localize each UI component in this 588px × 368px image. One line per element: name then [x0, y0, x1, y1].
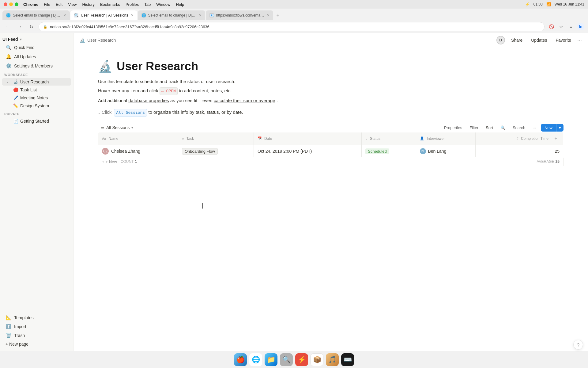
- page-body: 🔬 User Research Use this template to sch…: [74, 47, 588, 351]
- desc2-prefix: Hover over any item and click: [98, 88, 160, 93]
- dock-reeder-icon[interactable]: ⚡: [295, 353, 308, 366]
- col-header-task[interactable]: ○ Task: [178, 132, 254, 145]
- row-name-cell[interactable]: CZ Chelsea Zhang: [98, 145, 178, 157]
- database-container: ☰ All Sessions ▾ Properties Filter Sort …: [98, 124, 564, 209]
- tab-2[interactable]: 🔍 User Research | All Sessions ✕: [70, 10, 137, 20]
- menu-file[interactable]: File: [44, 2, 50, 7]
- settings-label: Settings & Members: [14, 63, 53, 68]
- dock-chrome-icon[interactable]: 🌐: [249, 353, 262, 366]
- task-badge: Onboarding Flow: [182, 148, 218, 155]
- page-title: User Research: [117, 60, 198, 73]
- all-sessions-badge[interactable]: All Sessions: [114, 109, 147, 117]
- tab-4-close[interactable]: ✕: [267, 13, 270, 17]
- tab-1-close[interactable]: ✕: [63, 13, 66, 17]
- add-column-button[interactable]: +: [552, 135, 560, 142]
- workspace-name[interactable]: UI Feed ▾: [0, 36, 73, 43]
- tab-1-title: Select email to change | Djang: [13, 13, 61, 17]
- dock-finder2-icon[interactable]: 📁: [265, 353, 277, 366]
- tab-1-favicon: 🌐: [6, 13, 10, 17]
- new-tab-button[interactable]: +: [274, 11, 282, 20]
- open-badge[interactable]: ✏ OPEN: [160, 87, 178, 95]
- database-footer: + + New COUNT 1 AVERAGE 25: [98, 158, 564, 166]
- sidebar-item-quick-find[interactable]: 🔍 Quick Find: [2, 43, 71, 52]
- help-button[interactable]: ?: [573, 340, 583, 350]
- tree-chevron-icon: ▸: [7, 80, 11, 84]
- col-header-date[interactable]: 📅 Date: [254, 132, 362, 145]
- menu-chrome[interactable]: Chrome: [23, 2, 38, 7]
- database-table: Aa Name ○ Task: [98, 132, 564, 158]
- sidebar-item-user-research[interactable]: ▸ 🔬 User Research: [2, 78, 71, 86]
- dock-terminal-icon[interactable]: ⌨️: [341, 353, 354, 366]
- sidebar-item-trash[interactable]: 🗑️ Trash: [2, 331, 71, 340]
- search-icon: 🔍: [6, 45, 12, 50]
- sidebar-item-all-updates[interactable]: 🔔 All Updates: [2, 52, 71, 61]
- minimize-button[interactable]: [9, 2, 13, 6]
- sidebar-item-templates[interactable]: 📐 Templates: [2, 313, 71, 322]
- dock-spotlight-icon[interactable]: 🔍: [280, 353, 293, 366]
- list-icon[interactable]: ≡: [567, 23, 575, 30]
- tab-2-close[interactable]: ✕: [131, 13, 134, 17]
- menu-edit[interactable]: Edit: [56, 2, 62, 7]
- menu-bookmarks[interactable]: Bookmarks: [100, 2, 120, 7]
- add-row-button[interactable]: + + New: [102, 159, 117, 164]
- wifi-icon: 📶: [546, 2, 551, 6]
- col-header-interviewer[interactable]: 👤 Interviewer: [416, 132, 475, 145]
- maximize-button[interactable]: [15, 2, 18, 6]
- dock-capo-icon[interactable]: 🎵: [326, 353, 339, 366]
- menu-tab[interactable]: Tab: [144, 2, 151, 7]
- new-page-button[interactable]: + New page: [2, 340, 71, 348]
- col-header-completion[interactable]: # Completion Time +: [475, 132, 563, 145]
- tab-1[interactable]: 🌐 Select email to change | Djang ✕: [2, 10, 70, 20]
- col-header-name[interactable]: Aa Name: [98, 132, 178, 145]
- all-updates-label: All Updates: [14, 54, 36, 59]
- sidebar-item-design-system[interactable]: ✏️ Design System: [2, 102, 71, 109]
- tab-4[interactable]: 📧 https://inboxflows.com/emails/ ✕: [206, 10, 273, 20]
- sidebar-item-import[interactable]: ⬆️ Import: [2, 322, 71, 331]
- pencil2-icon: ✏️: [13, 103, 18, 108]
- properties-button[interactable]: Properties: [442, 125, 465, 131]
- menu-history[interactable]: History: [82, 2, 94, 7]
- share-button[interactable]: Share: [509, 36, 525, 44]
- date-col-label: Date: [264, 136, 272, 141]
- more-options-button[interactable]: ···: [530, 125, 538, 131]
- row-interviewer-cell[interactable]: BL Ben Lang: [416, 145, 475, 157]
- tab-3-close[interactable]: ✕: [199, 13, 202, 17]
- table-row[interactable]: CZ Chelsea Zhang Onboarding Flow Oct 24,…: [98, 145, 564, 157]
- forward-button[interactable]: →: [15, 22, 24, 31]
- menu-view[interactable]: View: [68, 2, 77, 7]
- back-button[interactable]: ←: [4, 22, 12, 31]
- view-selector[interactable]: ☰ All Sessions ▾: [98, 124, 136, 131]
- menu-window[interactable]: Window: [156, 2, 170, 7]
- sort-button[interactable]: Sort: [483, 125, 496, 131]
- menu-profiles[interactable]: Profiles: [126, 2, 139, 7]
- new-record-button[interactable]: New ▾: [541, 124, 564, 132]
- calculate-link[interactable]: calculate their sum or average: [214, 98, 275, 103]
- updates-button[interactable]: Updates: [529, 36, 549, 44]
- menu-bar: Chrome File Edit View History Bookmarks …: [23, 2, 184, 7]
- sidebar-item-task-list[interactable]: 🔴 Task List: [2, 86, 71, 94]
- url-bar[interactable]: 🔒 notion.so/3c18f2a02fc4413f9561c8e72aee…: [39, 22, 545, 31]
- favorite-button[interactable]: Favorite: [553, 36, 574, 44]
- filter-button[interactable]: Filter: [467, 125, 481, 131]
- dock-notion-icon[interactable]: 📦: [311, 353, 323, 366]
- reload-button[interactable]: ↻: [27, 22, 36, 31]
- tab-3[interactable]: 🌐 Select email to change | Djang ✕: [138, 10, 205, 20]
- sidebar-item-getting-started[interactable]: 📄 Getting Started: [2, 117, 71, 125]
- profile-icon[interactable]: In: [577, 23, 584, 30]
- col-header-status[interactable]: ○ Status: [362, 132, 416, 145]
- name-col-icon: Aa: [102, 137, 106, 140]
- row-count-label: COUNT: [121, 159, 134, 164]
- sidebar-item-meeting-notes[interactable]: 🖊️ Meeting Notes: [2, 94, 71, 102]
- new-button-arrow[interactable]: ▾: [556, 124, 564, 132]
- search-button[interactable]: Search: [510, 125, 528, 131]
- database-properties-link[interactable]: database properties: [128, 98, 169, 103]
- menu-help[interactable]: Help: [176, 2, 184, 7]
- row-status-cell[interactable]: Scheduled: [362, 145, 416, 157]
- row-task-cell[interactable]: Onboarding Flow: [178, 145, 254, 157]
- sidebar-item-settings[interactable]: ⚙️ Settings & Members: [2, 62, 71, 70]
- close-button[interactable]: [4, 2, 7, 6]
- dock-finder-icon[interactable]: 🍎: [234, 353, 247, 366]
- star-icon[interactable]: ☆: [557, 23, 565, 30]
- more-actions-button[interactable]: ···: [577, 37, 582, 43]
- desc3-suffix: .: [277, 98, 278, 103]
